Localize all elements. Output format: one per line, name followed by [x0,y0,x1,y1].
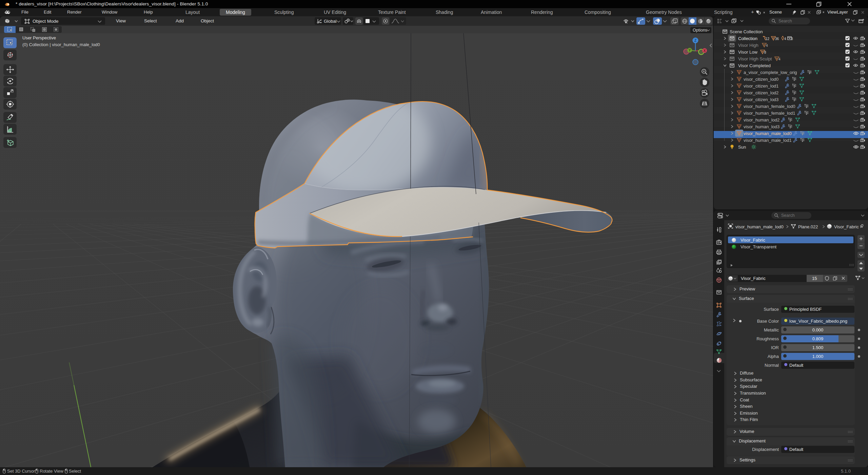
svg-text:X: X [704,49,706,53]
svg-text:Y: Y [689,49,691,52]
svg-text:Z: Z [694,39,696,42]
